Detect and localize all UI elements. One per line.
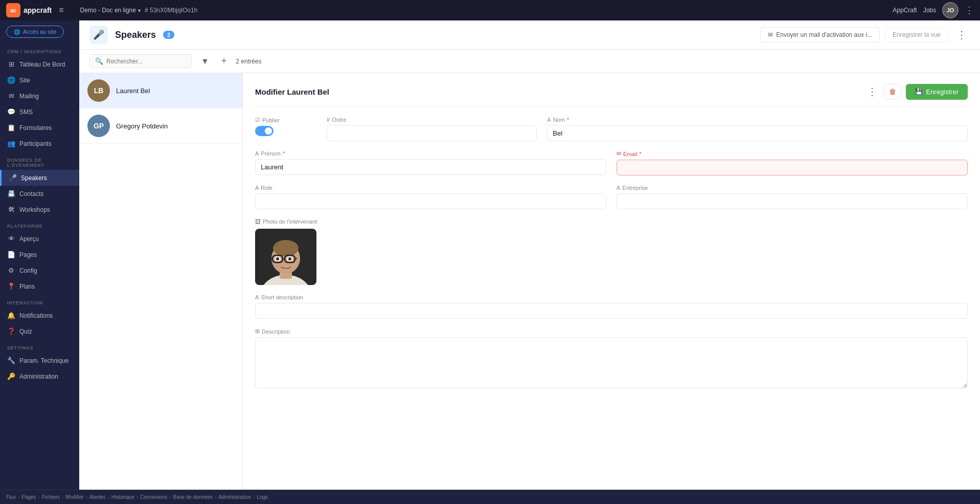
hamburger-icon[interactable]: ≡ — [59, 6, 63, 15]
sidebar-item-label: Speakers — [21, 174, 47, 182]
topbar-more-icon[interactable]: ⋮ — [965, 5, 974, 16]
sidebar-item-param-technique[interactable]: 🔧Param. Technique — [0, 353, 79, 368]
breadcrumb-item-2[interactable]: Fichiers — [42, 494, 60, 500]
breadcrumb-item-5[interactable]: Historique — [111, 494, 134, 500]
save-view-button[interactable]: Enregistrer la vue — [885, 27, 948, 42]
sidebar-item-quiz[interactable]: ❓Quiz — [0, 323, 79, 339]
sidebar-item-workshops[interactable]: 🛠Workshops — [0, 202, 79, 217]
list-item-gregory-potdevin[interactable]: GP Gregory Potdevin — [79, 108, 242, 144]
svg-line-9 — [295, 258, 297, 259]
sidebar-item-apercu[interactable]: 👁Aperçu — [0, 231, 79, 247]
two-panel: LB Laurent Bel GP Gregory Potdevin Modif… — [79, 73, 980, 490]
publier-group: ☑ Publier — [255, 117, 316, 141]
sidebar-item-label: Workshops — [19, 206, 50, 213]
page-title: Speakers — [115, 30, 156, 40]
sidebar-item-pages[interactable]: 📄Pages — [0, 247, 79, 262]
breadcrumb-item-7[interactable]: Base de données — [173, 494, 213, 500]
breadcrumb-item-1[interactable]: Pages — [21, 494, 36, 500]
ordre-input[interactable] — [327, 125, 537, 141]
speakers-icon: 🎤 — [9, 174, 17, 182]
administration-icon: 🔑 — [7, 372, 15, 380]
photo-label: 🖼 Photo de l'intervenant — [255, 218, 968, 225]
speaker-photo[interactable] — [255, 229, 316, 285]
page-more-button[interactable]: ⋮ — [953, 27, 970, 43]
entreprise-input[interactable] — [617, 193, 968, 209]
sidebar-section-label: SETTINGS — [0, 339, 79, 353]
breadcrumb-item-8[interactable]: Administration — [218, 494, 250, 500]
list-item-name: Laurent Bel — [116, 87, 150, 95]
sidebar-item-speakers[interactable]: 🎤Speakers — [0, 170, 79, 186]
breadcrumb-item-0[interactable]: Flux — [6, 494, 16, 500]
add-entry-button[interactable]: + — [218, 54, 230, 69]
access-site-button[interactable]: Accès au site — [6, 26, 64, 38]
search-input[interactable] — [106, 58, 186, 65]
sidebar-item-label: Tableau De Bord — [19, 61, 65, 68]
sidebar-item-config[interactable]: ⚙Config — [0, 262, 79, 278]
sidebar-item-tableau-de-bord[interactable]: ⊞Tableau De Bord — [0, 56, 79, 72]
apercu-icon: 👁 — [7, 235, 15, 243]
svg-point-13 — [288, 257, 291, 260]
topbar: ac appcraft ≡ Demo - Doc en ligne ▾ # 53… — [0, 0, 980, 20]
role-label: A Role — [255, 185, 606, 191]
checkbox-icon: ☑ — [255, 117, 260, 123]
demo-label[interactable]: Demo - Doc en ligne ▾ — [80, 7, 141, 14]
pages-icon: 📄 — [7, 251, 15, 258]
hash-icon: # — [327, 117, 330, 123]
sidebar-item-notifications[interactable]: 🔔Notifications — [0, 308, 79, 323]
detail-menu-button[interactable]: ⋮ — [865, 83, 879, 100]
sidebar-item-contacts[interactable]: 📇Contacts — [0, 186, 79, 202]
filter-button[interactable]: ▼ — [198, 55, 212, 68]
entreprise-label: A Entreprise — [617, 185, 968, 191]
breadcrumb-sep-8: › — [253, 494, 255, 500]
demo-chevron-icon: ▾ — [138, 8, 141, 13]
email-label: ✉ Email * — [617, 150, 968, 157]
sidebar-section-label: DONNÉES DE L'ÉVÉNEMENT — [0, 151, 79, 170]
toggle-slider — [255, 126, 274, 136]
prenom-required: * — [283, 150, 285, 157]
breadcrumb-item-6[interactable]: Connexions — [140, 494, 167, 500]
page-header-icon: 🎤 — [89, 26, 108, 44]
sidebar-item-mailing[interactable]: ✉Mailing — [0, 88, 79, 104]
sidebar-item-participants[interactable]: 👥Participants — [0, 136, 79, 151]
breadcrumb-item-4[interactable]: Alertes — [89, 494, 105, 500]
jobs-link[interactable]: Jobs — [923, 7, 936, 14]
formulaires-icon: 📋 — [7, 124, 15, 132]
prenom-input[interactable] — [255, 159, 606, 175]
publier-toggle[interactable] — [255, 126, 274, 136]
list-item-laurent-bel[interactable]: LB Laurent Bel — [79, 73, 242, 108]
sidebar-item-formulaires[interactable]: 📋Formulaires — [0, 120, 79, 136]
plans-icon: 📍 — [7, 282, 15, 290]
sidebar-item-plans[interactable]: 📍Plans — [0, 278, 79, 294]
short-desc-input[interactable] — [255, 303, 968, 319]
sidebar-item-administration[interactable]: 🔑Administration — [0, 368, 79, 384]
email-input[interactable] — [617, 160, 968, 176]
save-button[interactable]: Enregistrer — [906, 84, 968, 100]
send-activation-mail-button[interactable]: Envoyer un mail d'activation aux i... — [760, 27, 880, 42]
grid-icon-desc: ⊞ — [255, 328, 260, 335]
breadcrumb-sep-2: › — [62, 494, 63, 500]
description-textarea[interactable] — [255, 337, 968, 388]
delete-button[interactable]: 🗑 — [883, 84, 902, 99]
description-group: ⊞ Description — [255, 328, 968, 388]
breadcrumb-item-9[interactable]: Logs — [257, 494, 268, 500]
sidebar-section-label: CRM / INSCRIPTIONS — [0, 43, 79, 56]
sidebar-item-sms[interactable]: 💬SMS — [0, 104, 79, 120]
role-input[interactable] — [255, 193, 606, 209]
prenom-label: A Prénom * — [255, 150, 606, 157]
nom-input[interactable] — [547, 125, 968, 141]
logo-text: appcraft — [24, 6, 52, 14]
breadcrumb-sep-4: › — [107, 494, 109, 500]
access-section: Accès au site — [0, 20, 79, 43]
user-avatar[interactable]: JO — [942, 2, 959, 18]
breadcrumb-item-3[interactable]: Modifier — [65, 494, 84, 500]
hash-label: # 53nX0MbjqIOo1h — [145, 7, 197, 14]
list-item-avatar: LB — [87, 79, 110, 102]
short-desc-group: A Short description — [255, 294, 968, 319]
page-header: 🎤 Speakers 2 Envoyer un mail d'activatio… — [79, 20, 980, 50]
topbar-right: AppCraft Jobs JO ⋮ — [893, 2, 974, 18]
sidebar-item-label: Site — [19, 77, 30, 84]
notifications-icon: 🔔 — [7, 312, 15, 319]
sidebar-item-site[interactable]: 🌐Site — [0, 72, 79, 88]
sms-icon: 💬 — [7, 108, 15, 116]
appcraft-link[interactable]: AppCraft — [893, 7, 917, 14]
